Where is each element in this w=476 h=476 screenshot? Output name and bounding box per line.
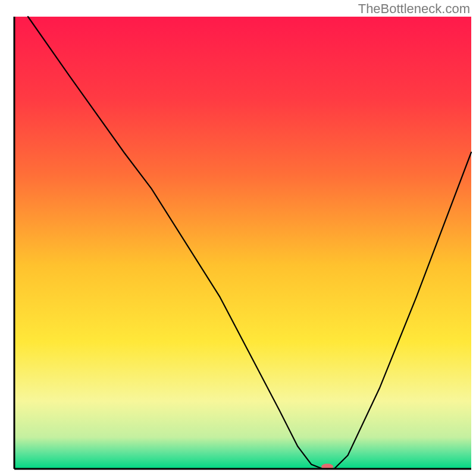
plot-background (14, 17, 471, 469)
bottleneck-chart: TheBottleneck.com (0, 0, 476, 476)
watermark-label: TheBottleneck.com (358, 1, 470, 17)
chart-canvas (0, 0, 476, 476)
